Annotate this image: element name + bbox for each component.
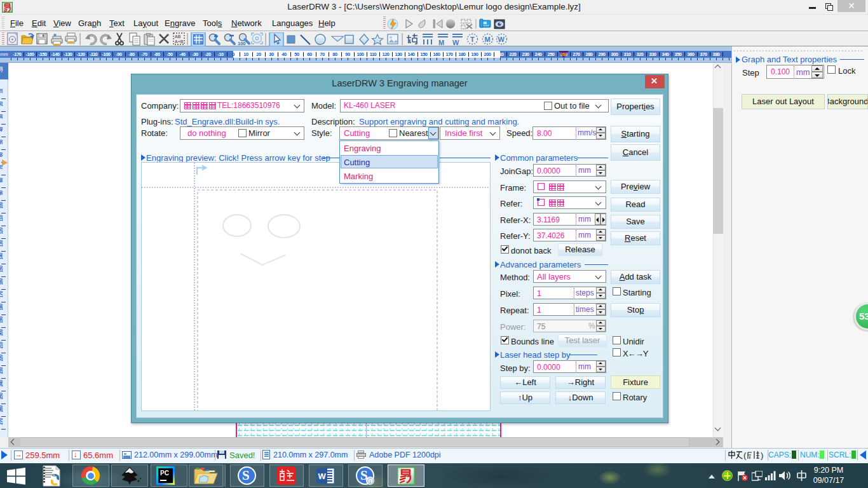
svg-text:(: ( [743,451,747,460]
svg-text:M: M [485,36,491,43]
svg-text:A+B: A+B [175,39,184,44]
svg-text:M: M [438,39,444,46]
svg-text:AB: AB [175,34,181,39]
svg-text:100: 100 [238,41,246,46]
svg-text:): ) [761,451,763,460]
svg-text:W: W [318,471,327,481]
svg-text:T: T [470,36,475,43]
svg-text:W: W [452,39,459,46]
svg-text:W: W [498,36,505,43]
